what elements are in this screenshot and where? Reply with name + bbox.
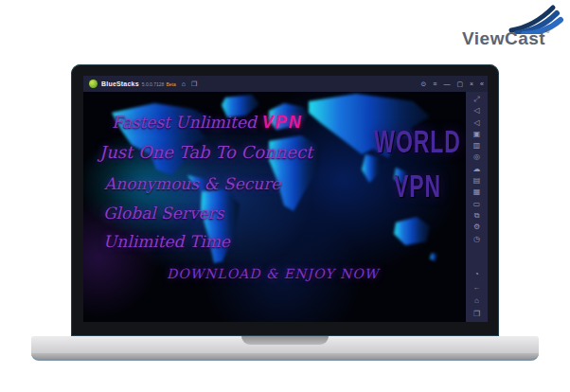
tagline-4: Global Servers [103,204,223,223]
tagline-3: Anonymous & Secure [104,174,280,193]
bluestacks-window: BlueStacks 5.0.0.7128 Beta ⌂ ❐ ⊙ ≡ — ▢ ×… [83,76,488,322]
titlebar-controls: ⊙ ≡ — ▢ × « [414,80,484,87]
download-cta: DOWNLOAD & ENJOY NOW [167,266,379,281]
sidebar-toolbar: ⤢ ◁ ◁ ▣ ▥ ◎ ☁ ▤ ▦ ▭ ⧉ ⚙ ◷ ◔ ← ⌂ ❐ [466,92,488,322]
fullscreen-icon[interactable]: ⤢ [473,96,479,103]
screenshot-icon[interactable]: ▣ [473,131,481,138]
maximize-button[interactable]: ▢ [456,80,463,87]
bluestacks-logo-icon [89,80,98,88]
watermark-world: WORLD [371,126,464,157]
shake-icon[interactable]: ▦ [473,188,481,196]
tagline-2: Just One Tab To Connect [99,142,312,162]
settings-gear-icon[interactable]: ⚙ [473,223,480,231]
beta-badge: Beta [166,81,175,87]
brand-trademark: ® [545,28,550,34]
world-vpn-watermark: WORLD VPN [367,130,466,198]
android-nav-group: ◔ ← ⌂ ❐ [473,271,481,318]
app-version: 5.0.0.7128 [142,81,165,87]
tagline-5: Unlimited Time [103,232,230,251]
page: ViewCast® BlueStacks 5.0.0.7128 Beta ⌂ ❐… [0,0,570,392]
minimize-button[interactable]: — [443,80,450,87]
macro-icon[interactable]: ▤ [473,177,481,185]
record-icon[interactable]: ⊙ [420,80,426,87]
camera-icon[interactable]: ▥ [473,142,481,150]
home-icon[interactable]: ⌂ [182,80,186,87]
watermark-vpn: VPN [371,170,464,202]
viewcast-logo: ViewCast® [453,0,570,53]
close-button[interactable]: × [470,80,473,87]
menu-icon[interactable]: ≡ [433,80,436,87]
tagline-1: Fastest UnlimitedVPN [112,113,303,133]
vpn-app-screen: Fastest UnlimitedVPN Just One Tab To Con… [83,92,466,322]
android-home-icon[interactable]: ⌂ [474,297,479,305]
volume-down-icon[interactable]: ◁ [473,119,479,127]
collapse-sidebar-icon[interactable]: « [480,80,484,87]
laptop-base [31,336,539,353]
titlebar: BlueStacks 5.0.0.7128 Beta ⌂ ❐ ⊙ ≡ — ▢ ×… [83,76,488,92]
folder-icon[interactable]: ▭ [473,201,481,208]
history-icon[interactable]: ◷ [473,236,480,243]
rotate-icon[interactable]: ◔ [474,271,479,278]
back-icon[interactable]: ← [473,284,481,292]
volume-up-icon[interactable]: ◁ [473,107,479,115]
brand-name: ViewCast® [462,28,550,49]
location-icon[interactable]: ◎ [473,153,480,161]
app-title: BlueStacks [101,80,139,87]
laptop-base-edge [31,353,539,361]
multi-window-icon[interactable]: ⧉ [474,212,480,220]
vpn-accent: VPN [262,113,303,132]
recent-apps-icon[interactable]: ❐ [473,311,480,318]
multi-instance-icon[interactable]: ❐ [191,80,197,87]
sync-icon[interactable]: ☁ [473,166,481,173]
window-body: Fastest UnlimitedVPN Just One Tab To Con… [83,92,488,322]
laptop-notch [241,336,329,345]
